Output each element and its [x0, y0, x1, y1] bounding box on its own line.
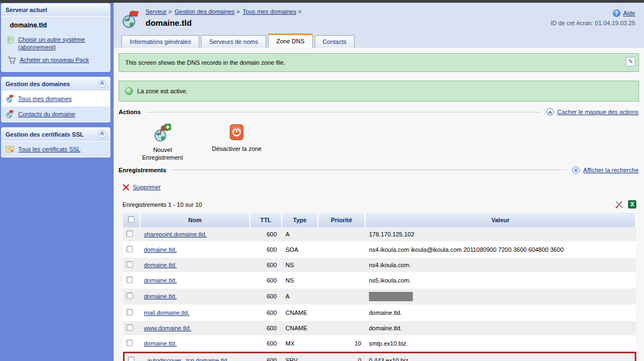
- system-list-icon: [7, 36, 14, 44]
- record-name-link[interactable]: domaine.tld.: [144, 340, 177, 347]
- all-domains-link[interactable]: Tous mes domaines: [18, 95, 72, 102]
- current-domain-label: domaine.tld: [10, 21, 108, 29]
- actions-section-title: Actions: [119, 109, 141, 115]
- disable-zone-action[interactable]: Désactiver la zone: [212, 123, 262, 162]
- hide-actions-link[interactable]: Cacher le masque des actions: [557, 109, 639, 115]
- server-panel-header: Serveur actuel: [2, 4, 110, 16]
- breadcrumb-link-server[interactable]: Serveur: [145, 8, 167, 15]
- record-ttl: 600: [250, 258, 282, 273]
- sidebar-item-choose-system[interactable]: Choisir un autre système (abonnement): [3, 33, 108, 54]
- record-value: 0 443 ex10.biz: [366, 352, 636, 361]
- column-header-ttl: TTL: [250, 213, 282, 227]
- dns-records-table: Nom TTL Type Priorité Valeur sharepoint.…: [123, 213, 636, 361]
- chevron-up-circle-icon[interactable]: [546, 108, 554, 116]
- record-name-link[interactable]: www.domaine.tld.: [144, 325, 191, 331]
- column-header-value: Valeur: [366, 213, 636, 227]
- sidebar-item-domain-contacts[interactable]: Contacts du domaine: [2, 106, 110, 122]
- row-checkbox[interactable]: [126, 324, 133, 331]
- section-divider: [172, 170, 567, 170]
- ssl-panel-title: Gestion des certificats SSL: [5, 131, 83, 138]
- records-count-row-top: Enregistrements 1 - 10 sur 10 X: [122, 200, 636, 209]
- buy-pack-link[interactable]: Acheter un nouveau Pack: [20, 57, 89, 63]
- record-priority: [318, 227, 366, 242]
- row-checkbox[interactable]: [126, 261, 133, 268]
- section-divider: [146, 112, 541, 112]
- domains-panel: Gestion des domaines Tous mes domaines C…: [1, 77, 110, 122]
- record-ttl: 600: [250, 352, 282, 361]
- status-orb-icon: [125, 87, 133, 95]
- zone-status-banner: La zone est active.: [119, 81, 639, 101]
- tab-dns-zone[interactable]: Zone DNS: [268, 33, 312, 48]
- actions-row: Nouvel Enregistrement Désactiver la zone: [135, 123, 639, 162]
- show-search-link[interactable]: Afficher la recherche: [583, 167, 639, 173]
- content: Serveur>Gestion des domaines>Tous mes do…: [114, 3, 644, 361]
- help-link[interactable]: Aide: [623, 10, 635, 16]
- chevron-down-circle-icon[interactable]: [572, 166, 580, 174]
- sidebar-item-buy-pack[interactable]: Acheter un nouveau Pack: [3, 54, 108, 67]
- actions-section-header: Actions Cacher le masque des actions: [119, 108, 639, 116]
- record-name-link[interactable]: domaine.tld.: [144, 277, 177, 284]
- redacted-value-block: [369, 292, 413, 301]
- row-checkbox[interactable]: [126, 340, 133, 346]
- tab-bar: Informations générales Serveurs de noms …: [121, 33, 637, 48]
- certificate-icon: [5, 145, 14, 154]
- breadcrumb-link-domain-management[interactable]: Gestion des domaines: [175, 8, 234, 15]
- select-all-checkbox[interactable]: [128, 216, 135, 223]
- info-banner: This screen shows the DNS records in the…: [119, 53, 639, 72]
- record-value: domaine.tld.: [366, 306, 636, 321]
- record-priority: [318, 273, 366, 289]
- record-value: ns5.ikoula.com.: [366, 273, 636, 289]
- breadcrumb: Serveur>Gestion des domaines>Tous mes do…: [145, 8, 637, 15]
- row-checkbox[interactable]: [128, 357, 135, 361]
- sidebar-item-all-domains[interactable]: Tous mes domaines: [2, 91, 110, 106]
- record-type: MX: [282, 336, 318, 352]
- row-checkbox[interactable]: [126, 309, 133, 315]
- record-priority: 10: [318, 336, 366, 352]
- record-type: NS: [282, 273, 318, 289]
- breadcrumb-link-all-domains[interactable]: Tous mes domaines: [243, 8, 296, 15]
- new-record-action[interactable]: Nouvel Enregistrement: [135, 123, 190, 162]
- record-name-link[interactable]: sharepoint.domaine.tld.: [144, 231, 206, 238]
- sidebar-item-ssl-certificates[interactable]: Tous les certificats SSL: [2, 142, 110, 157]
- record-ttl: 600: [250, 336, 282, 352]
- edit-note-icon[interactable]: ✎: [626, 57, 635, 66]
- delete-x-icon: [122, 184, 130, 191]
- tab-general-info[interactable]: Informations générales: [121, 35, 199, 48]
- ssl-certificates-link[interactable]: Tous les certificats SSL: [18, 146, 81, 153]
- choose-system-link[interactable]: Choisir un autre système (abonnement): [18, 36, 85, 50]
- table-row: www.domaine.tld. 600 CNAME domaine.tld.: [123, 321, 636, 336]
- row-checkbox[interactable]: [126, 230, 133, 237]
- tab-contacts[interactable]: Contacts: [315, 35, 355, 48]
- column-header-type: Type: [282, 213, 318, 227]
- content-header: Serveur>Gestion des domaines>Tous mes do…: [114, 3, 644, 48]
- record-name-link[interactable]: domaine.tld.: [144, 246, 177, 253]
- record-type: SOA: [282, 242, 318, 258]
- settings-tools-icon[interactable]: [615, 200, 624, 209]
- record-type: CNAME: [282, 306, 318, 321]
- record-priority: [318, 242, 366, 258]
- export-excel-icon[interactable]: X: [628, 200, 636, 208]
- records-count-text: Enregistrements 1 - 10 sur 10: [122, 201, 202, 208]
- collapse-chevron-icon[interactable]: [98, 131, 106, 138]
- record-value: [366, 289, 636, 306]
- domain-icon: [121, 10, 140, 29]
- table-row: domaine.tld. 600 SOA ns4.ikoula.com ikou…: [123, 242, 636, 258]
- ssl-panel: Gestion des certificats SSL Tous les cer…: [1, 127, 110, 157]
- help-icon: ?: [613, 9, 620, 17]
- record-name-link[interactable]: mail.domaine.tld.: [144, 309, 189, 316]
- disable-zone-label: Désactiver la zone: [212, 145, 262, 153]
- table-row: domaine.tld. 600 A: [123, 289, 636, 306]
- table-row: domaine.tld. 600 NS ns5.ikoula.com.: [123, 273, 636, 289]
- domain-contacts-link[interactable]: Contacts du domaine: [18, 111, 75, 117]
- record-priority: [318, 258, 366, 273]
- delete-button[interactable]: Supprimer: [133, 184, 161, 190]
- row-checkbox[interactable]: [126, 277, 133, 283]
- row-checkbox[interactable]: [126, 246, 133, 252]
- row-checkbox[interactable]: [126, 292, 133, 299]
- record-name-link[interactable]: domaine.tld.: [144, 262, 177, 268]
- record-name-link[interactable]: _autodiscover._tcp.domaine.tld.: [144, 357, 229, 361]
- collapse-chevron-icon[interactable]: [98, 80, 106, 88]
- table-row: sharepoint.domaine.tld. 600 A 178.170.12…: [123, 227, 636, 242]
- tab-name-servers[interactable]: Serveurs de noms: [201, 35, 266, 48]
- record-name-link[interactable]: domaine.tld.: [144, 293, 177, 300]
